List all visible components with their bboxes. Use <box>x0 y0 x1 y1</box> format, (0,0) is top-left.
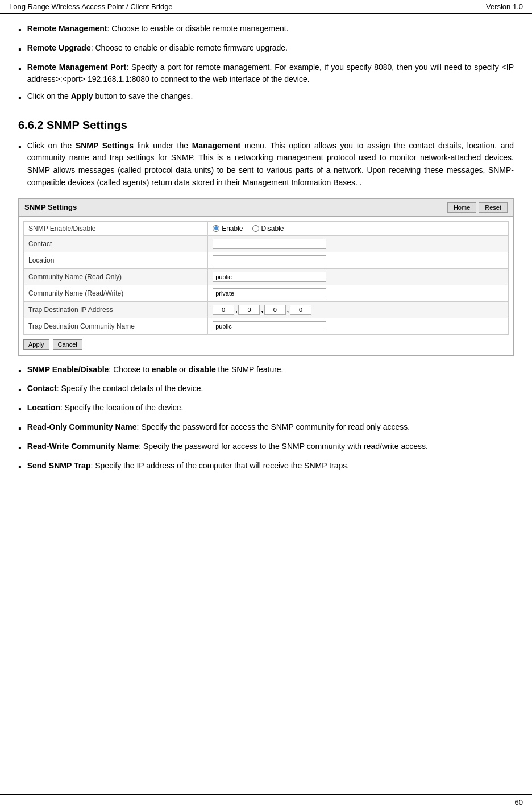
reset-button[interactable]: Reset <box>479 202 508 213</box>
row-community-rw: Community Name (Read/Write) <box>24 285 509 301</box>
label-location: Location <box>24 252 208 268</box>
radio-enable[interactable]: Enable <box>213 225 243 232</box>
value-contact <box>208 235 509 252</box>
radio-row-enable: Enable Disable <box>213 225 504 232</box>
bullet-remote-port: Remote Management Port: Specify a port f… <box>18 61 514 86</box>
header-right: Version 1.0 <box>486 2 523 11</box>
value-trap-community <box>208 318 509 334</box>
desc-bullet-list: SNMP Enable/Disable: Choose to enable or… <box>18 364 514 475</box>
row-snmp-enable: SNMP Enable/Disable Enable Disable <box>24 221 509 235</box>
bullet-remote-upgrade: Remote Upgrade: Choose to enable or disa… <box>18 42 514 57</box>
radio-label-disable: Disable <box>261 225 284 232</box>
row-contact: Contact <box>24 235 509 252</box>
bullet-read-write-desc: Read-Write Community Name: Specify the p… <box>18 441 514 455</box>
apply-cancel-row: Apply Cancel <box>19 335 513 355</box>
section-heading: 6.6.2 SNMP Settings <box>18 119 514 132</box>
row-community-read: Community Name (Read Only) <box>24 268 509 285</box>
snmp-table: SNMP Enable/Disable Enable Disable <box>23 221 509 335</box>
page-header: Long Range Wireless Access Point / Clien… <box>0 0 532 14</box>
bullet-remote-management: Remote Management: Choose to enable or d… <box>18 23 514 38</box>
bullet-read-only-desc: Read-Only Community Name: Specify the pa… <box>18 421 514 436</box>
label-snmp-enable: SNMP Enable/Disable <box>24 221 208 235</box>
label-community-read: Community Name (Read Only) <box>24 268 208 285</box>
label-trap-ip: Trap Destination IP Address <box>24 301 208 318</box>
row-location: Location <box>24 252 509 268</box>
input-contact[interactable] <box>213 239 326 249</box>
radio-dot-disable <box>252 225 259 232</box>
home-button[interactable]: Home <box>447 202 476 213</box>
ip-sep-2: , <box>260 306 264 314</box>
ip-sep-1: , <box>234 306 238 314</box>
header-left: Long Range Wireless Access Point / Clien… <box>9 2 173 11</box>
label-contact: Contact <box>24 235 208 252</box>
top-bullet-list: Remote Management: Choose to enable or d… <box>18 23 514 105</box>
row-trap-ip: Trap Destination IP Address , , , <box>24 301 509 318</box>
row-trap-community: Trap Destination Community Name <box>24 318 509 334</box>
label-community-rw: Community Name (Read/Write) <box>24 285 208 301</box>
value-community-read <box>208 268 509 285</box>
bullet-contact-desc: Contact: Specify the contact details of … <box>18 383 514 397</box>
radio-dot-enable <box>213 225 219 232</box>
snmp-panel-title: SNMP Settings <box>24 203 77 211</box>
input-ip-octet2[interactable] <box>238 305 260 315</box>
page-number: 60 <box>515 798 523 807</box>
input-community-read[interactable] <box>213 272 326 282</box>
snmp-panel-header: SNMP Settings Home Reset <box>19 199 513 217</box>
input-ip-octet3[interactable] <box>264 305 286 315</box>
value-community-rw <box>208 285 509 301</box>
snmp-intro-list: Click on the SNMP Settings link under th… <box>18 140 514 189</box>
bullet-snmp-intro: Click on the SNMP Settings link under th… <box>18 140 514 189</box>
trap-ip-row: , , , <box>213 305 504 315</box>
bullet-location-desc: Location: Specify the location of the de… <box>18 402 514 417</box>
cancel-button[interactable]: Cancel <box>53 339 82 350</box>
bullet-apply-hint: Click on the Apply button to save the ch… <box>18 90 514 105</box>
radio-disable[interactable]: Disable <box>252 225 284 232</box>
input-ip-octet1[interactable] <box>213 305 234 315</box>
ip-sep-3: , <box>286 306 290 314</box>
bullet-send-trap-desc: Send SNMP Trap: Specify the IP address o… <box>18 460 514 475</box>
radio-label-enable: Enable <box>222 225 243 232</box>
input-location[interactable] <box>213 255 326 265</box>
snmp-panel-buttons: Home Reset <box>447 202 508 213</box>
input-trap-community[interactable] <box>213 321 326 331</box>
input-ip-octet4[interactable] <box>290 305 311 315</box>
value-location <box>208 252 509 268</box>
snmp-settings-panel: SNMP Settings Home Reset SNMP Enable/Dis… <box>18 198 514 356</box>
snmp-table-wrapper: SNMP Enable/Disable Enable Disable <box>19 221 513 335</box>
page-footer: 60 <box>0 794 532 810</box>
apply-button[interactable]: Apply <box>23 339 49 350</box>
value-snmp-enable: Enable Disable <box>208 221 509 235</box>
label-trap-community: Trap Destination Community Name <box>24 318 208 334</box>
input-community-rw[interactable] <box>213 288 326 298</box>
value-trap-ip: , , , <box>208 301 509 318</box>
bullet-snmp-enable-desc: SNMP Enable/Disable: Choose to enable or… <box>18 364 514 379</box>
